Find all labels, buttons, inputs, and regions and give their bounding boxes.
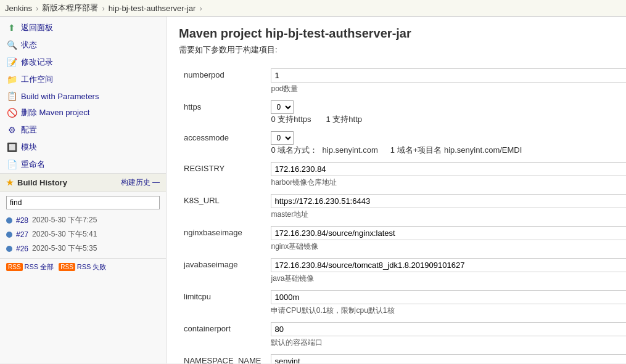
sidebar-label-workspace: 工作空间 [21,74,53,85]
param-row-limitcpu: limitcpu 申请CPU默认0.1核，限制cpu默认1核 [179,287,626,319]
param-input-k8s-url[interactable] [271,194,626,208]
build-status-dot [6,217,12,224]
sidebar-item-rename[interactable]: 📄 重命名 [0,156,166,173]
param-label-registry: REGISTRY [179,159,266,191]
rss-bar: RSS RSS 全部 RSS RSS 失败 [0,258,166,275]
param-label-namespace: NAMESPACE_NAME [179,351,266,363]
rss-badge-fail: RSS [59,263,75,271]
sidebar-item-workspace[interactable]: 📁 工作空间 [0,71,166,88]
param-label-numberpod: numberpod [179,65,266,97]
param-input-registry[interactable] [271,162,626,176]
main-content: Maven project hip-bj-test-authserver-jar… [167,17,626,363]
sidebar-nav: ⬆ 返回面板 🔍 状态 📝 修改记录 📁 工作空间 📋 Build with P… [0,19,166,173]
param-select-https[interactable]: 0 1 [271,100,294,114]
page-subtitle: 需要如下参数用于构建项目: [179,44,614,55]
param-input-javabaseimage[interactable] [271,258,626,272]
rename-icon: 📄 [6,160,17,169]
param-input-containerport[interactable] [271,322,626,336]
param-row-registry: REGISTRY harbor镜像仓库地址 [179,159,626,191]
sidebar-label-changes: 修改记录 [21,57,53,68]
sidebar-label-config: 配置 [21,124,37,135]
param-hint-limitcpu: 申请CPU默认0.1核，限制cpu默认1核 [271,305,626,316]
param-label-containerport: containerport [179,319,266,351]
sidebar-item-modules[interactable]: 🔲 模块 [0,139,166,156]
param-select-accessmode[interactable]: 0 1 [271,131,294,145]
rss-badge-all: RSS [6,263,23,271]
list-icon: 📋 [6,91,17,101]
param-input-nginxbaseimage[interactable] [271,226,626,240]
param-row-nginxbaseimage: nginxbaseimage nginx基础镜像 [179,223,626,255]
param-hint-containerport: 默认的容器端口 [271,338,626,348]
breadcrumb: Jenkins › 新版本程序部署 › hip-bj-test-authserv… [0,0,626,17]
nav-current[interactable]: hip-bj-test-authserver-jar [109,4,196,13]
param-label-javabaseimage: javabaseimage [179,255,266,287]
rss-all-label: RSS 全部 [25,262,54,272]
nav-jenkins[interactable]: Jenkins [5,4,32,13]
sidebar-label-rename: 重命名 [21,159,45,170]
build-link-26[interactable]: #26 [16,245,28,253]
param-label-limitcpu: limitcpu [179,287,266,319]
param-row-https: https 0 1 0 支持https 1 支持http [179,97,626,128]
build-time-26: 2020-5-30 下午5:35 [32,243,97,254]
sidebar-label-status: 状态 [21,39,37,51]
edit-icon: 📝 [6,57,17,67]
sidebar-item-config[interactable]: ⚙ 配置 [0,121,166,139]
param-input-numberpod[interactable] [271,68,626,83]
param-hint-registry: harbor镜像仓库地址 [271,177,626,188]
modules-icon: 🔲 [6,142,17,152]
param-label-k8s-url: K8S_URL [179,191,266,223]
build-link-28[interactable]: #28 [16,216,28,225]
param-hint-nginxbaseimage: nginx基础镜像 [271,241,626,252]
param-hint-accessmode: 0 域名方式： hip.senyint.com 1 域名+项目名 hip.sen… [271,145,626,156]
param-row-containerport: containerport 默认的容器端口 [179,319,626,351]
build-item-26: #26 2020-5-30 下午5:35 [6,241,160,256]
param-input-limitcpu[interactable] [271,290,626,304]
build-item-28: #28 2020-5-30 下午7:25 [6,213,160,227]
param-input-namespace[interactable] [271,354,626,363]
sidebar-item-changes[interactable]: 📝 修改记录 [0,54,166,71]
rss-all-link[interactable]: RSS RSS 全部 [6,262,54,272]
param-label-accessmode: accessmode [179,128,266,159]
sidebar: ⬆ 返回面板 🔍 状态 📝 修改记录 📁 工作空间 📋 Build with P… [0,17,167,363]
build-list: #28 2020-5-30 下午7:25 #27 2020-5-30 下午5:4… [0,213,166,256]
sidebar-label-build-params: Build with Parameters [21,92,99,101]
back-icon: ⬆ [6,23,17,33]
param-row-k8s-url: K8S_URL master地址 [179,191,626,223]
param-hint-numberpod: pod数量 [271,84,626,94]
folder-icon: 📁 [6,75,17,84]
sidebar-label-back: 返回面板 [21,22,53,33]
search-icon: 🔍 [6,40,17,50]
rss-fail-label: RSS 失败 [77,262,107,272]
rss-fail-link[interactable]: RSS RSS 失败 [59,262,106,272]
delete-icon: 🚫 [6,108,17,118]
sidebar-item-delete[interactable]: 🚫 删除 Maven project [0,104,166,121]
sidebar-item-build-params[interactable]: 📋 Build with Parameters [0,88,166,104]
param-hint-https: 0 支持https 1 支持http [271,114,626,125]
param-label-nginxbaseimage: nginxbaseimage [179,223,266,255]
param-row-namespace: NAMESPACE_NAME 命名空间：默认senyint [179,351,626,363]
build-link-27[interactable]: #27 [16,230,28,239]
gear-icon: ⚙ [6,125,17,135]
build-status-dot [6,246,12,252]
build-history-link[interactable]: 构建历史 — [121,177,160,188]
param-hint-k8s-url: master地址 [271,209,626,220]
param-row-numberpod: numberpod pod数量 [179,65,626,97]
param-row-accessmode: accessmode 0 1 0 域名方式： hip.senyint.com 1… [179,128,626,159]
build-history-section: ★ Build History 构建历史 — [0,173,166,192]
build-time-28: 2020-5-30 下午7:25 [32,215,97,225]
build-history-title: Build History [17,178,67,187]
star-icon: ★ [6,178,14,187]
param-label-https: https [179,97,266,128]
param-hint-javabaseimage: java基础镜像 [271,273,626,284]
build-time-27: 2020-5-30 下午5:41 [32,229,97,240]
build-status-dot [6,232,12,238]
build-item-27: #27 2020-5-30 下午5:41 [6,227,160,241]
sidebar-label-delete: 删除 Maven project [21,107,89,118]
params-table: numberpod pod数量 https 0 1 [179,65,626,363]
sidebar-item-status[interactable]: 🔍 状态 [0,36,166,54]
nav-newver[interactable]: 新版本程序部署 [42,2,98,14]
page-title: Maven project hip-bj-test-authserver-jar [179,26,614,41]
sidebar-item-back[interactable]: ⬆ 返回面板 [0,19,166,36]
param-row-javabaseimage: javabaseimage java基础镜像 [179,255,626,287]
build-find-input[interactable] [6,196,160,209]
